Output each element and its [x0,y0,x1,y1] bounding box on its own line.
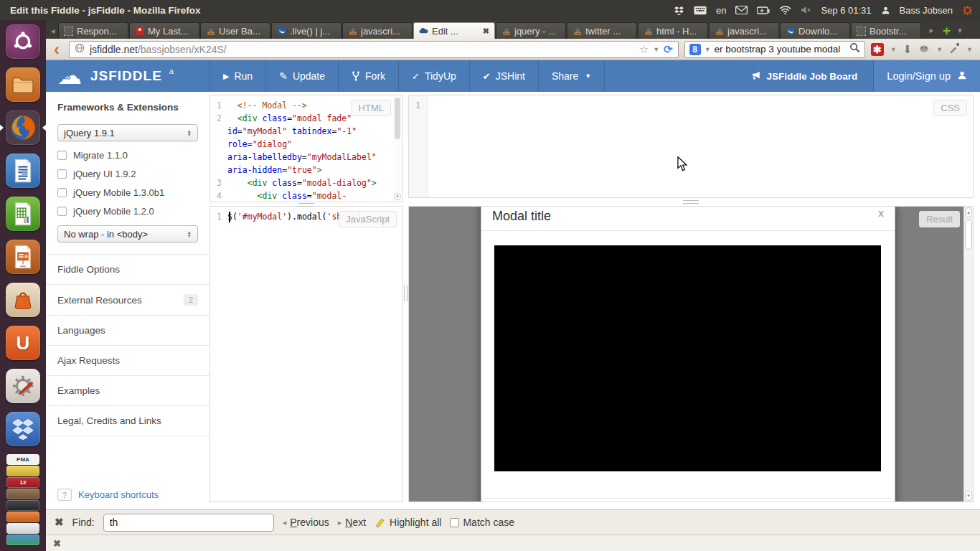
checkbox[interactable] [57,207,67,216]
sound-muted-icon[interactable] [801,6,811,14]
launcher-item-firefox[interactable] [6,110,40,145]
browser-tab-live-j[interactable]: .live() | j... [271,22,341,39]
launcher-item-twelve-app[interactable]: 12 [6,477,39,488]
launcher-item-libreoffice-writer[interactable] [6,154,40,188]
extension-row-jquery-mobile-1-3-0b1[interactable]: jQuery Mobile 1.3.0b1 [57,187,198,198]
find-close-icon[interactable]: ✖ [55,516,64,529]
header-button-tidyup[interactable]: ✓TidyUp [398,60,469,92]
scroll-up-icon[interactable]: ▲ [965,207,972,217]
scrollbar-thumb[interactable] [965,220,972,250]
checkbox[interactable] [57,169,67,179]
result-panel[interactable]: Modal title x Result ▲ ▼ [408,206,974,502]
wifi-tray-icon[interactable] [779,6,791,14]
framework-select[interactable]: jQuery 1.9.1 ▲▼ [57,124,198,141]
browser-tab-respon[interactable]: Respon... [58,22,128,39]
find-previous-button[interactable]: ◂Previous [283,517,329,528]
vertical-splitter[interactable] [404,286,407,301]
sidebar-section-ajax-requests[interactable]: Ajax Requests [46,345,209,375]
bookmark-star-icon[interactable]: ☆ [639,43,649,56]
highlight-all-button[interactable]: Highlight all [374,516,441,529]
clock-label[interactable]: Sep 6 01:31 [821,5,871,16]
eyedropper-caret-icon[interactable]: ▼ [966,46,973,53]
jsfiddle-logo[interactable]: ☁∞ JSFIDDLE a [46,60,209,92]
sidebar-section-examples[interactable]: Examples [46,375,209,405]
header-button-jshint[interactable]: ✔JSHint [469,60,538,92]
modal-close-button[interactable]: x [878,207,884,219]
extension-row-jquery-ui-1-9-2[interactable]: jQuery UI 1.9.2 [57,169,198,179]
checkbox[interactable] [57,188,67,197]
login-button[interactable]: Login/Sign up [873,60,980,92]
session-gear-icon[interactable] [962,5,973,16]
help-button[interactable]: ? [57,489,72,501]
extension-row-jquery-mobile-1-2-0[interactable]: jQuery Mobile 1.2.0 [57,206,198,217]
reload-icon[interactable]: ⟳ [664,43,673,56]
launcher-item-tablet-app[interactable] [6,489,39,499]
html-scrollbar[interactable]: ▼ [393,96,402,201]
video-player[interactable] [494,245,881,471]
launcher-item-ubuntu-one[interactable]: U [6,326,40,360]
result-scrollbar[interactable]: ▲ ▼ [963,207,973,501]
scrollbar-thumb[interactable] [395,98,400,139]
wrap-select[interactable]: No wrap - in <body> ▲▼ [57,225,198,242]
search-input[interactable] [715,44,846,55]
new-tab-button[interactable]: + [943,24,951,37]
sidebar-section-legal-credits-and-links[interactable]: Legal, Credits and Links [46,405,209,436]
launcher-item-libreoffice-impress[interactable] [6,240,40,274]
header-button-share[interactable]: Share▼ [538,60,605,92]
download-icon[interactable]: ⬇ [903,43,913,56]
tab-close-icon[interactable]: ✖ [483,27,489,36]
lastpass-caret-icon[interactable]: ▼ [890,46,897,53]
browser-tab-html-h[interactable]: html - H... [638,22,708,39]
search-bar[interactable]: 8 ▼ [684,41,865,58]
keyboard-indicator-icon[interactable] [694,6,707,15]
list-all-tabs-icon[interactable]: ▼ [956,27,963,34]
eyedropper-icon[interactable] [949,42,960,56]
scroll-down-icon[interactable]: ▼ [965,491,972,501]
keyboard-lang-label[interactable]: en [716,5,726,16]
find-next-button[interactable]: ▸Next [338,517,366,528]
launcher-item-earth-app[interactable] [6,534,39,545]
dropbox-tray-icon[interactable] [674,5,684,16]
bookmark-caret-icon[interactable]: ▼ [653,46,659,53]
launcher-item-files[interactable] [6,67,40,102]
browser-tab-my-last[interactable]: *My Last... [129,22,199,39]
match-case-checkbox[interactable]: Match case [450,517,514,528]
header-button-update[interactable]: ✎Update [265,60,338,92]
search-engine-caret-icon[interactable]: ▼ [705,46,711,53]
addon-icon[interactable] [918,43,930,56]
launcher-item-libreoffice-calc[interactable] [6,197,40,231]
launcher-item-dash-home[interactable] [6,24,40,59]
battery-tray-icon[interactable] [757,6,770,14]
css-code[interactable]: 1 [409,95,973,112]
header-button-run[interactable]: ▶Run [209,60,265,92]
job-board-link[interactable]: JSFiddle Job Board [735,60,874,92]
horizontal-splitter-right[interactable] [683,200,699,204]
tab-scroll-right-icon[interactable]: ▸ [926,22,937,38]
back-button[interactable]: ‹ [50,42,63,57]
sidebar-section-languages[interactable]: Languages [46,315,209,345]
checkbox[interactable] [57,151,67,160]
addon-bar-close-icon[interactable]: ✖ [53,538,61,549]
url-bar[interactable]: jsfiddle.net/bassjobsen/xK24S/ ☆ ▼ ⟳ [69,41,679,58]
browser-tab-edit[interactable]: Edit ...✖ [413,22,495,39]
browser-tab-jquery[interactable]: jquery - ... [496,22,566,39]
launcher-item-chromium[interactable] [6,523,39,534]
launcher-item-system-settings[interactable] [6,369,40,403]
checkbox[interactable] [450,518,459,527]
launcher-item-phpmyadmin[interactable]: PMA [6,454,39,465]
browser-tab-downlo[interactable]: Downlo... [780,22,850,39]
scroll-down-icon[interactable]: ▼ [394,193,401,200]
launcher-item-orange-app[interactable] [6,512,39,522]
user-menu-label[interactable]: Bass Jobsen [900,5,953,16]
browser-tab-bootstr[interactable]: Bootstr... [851,22,921,39]
launcher-item-dropbox[interactable] [6,412,40,446]
launcher-item-dark-app[interactable] [6,500,39,511]
html-editor-panel[interactable]: 1 <!-- Modal -->2 <div class="modal fade… [209,95,403,202]
extension-row-migrate-1-1-0[interactable]: Migrate 1.1.0 [57,150,198,161]
launcher-item-software-center[interactable] [6,283,40,317]
tab-scroll-left-icon[interactable]: ◂ [47,23,58,39]
browser-tab-user-ba[interactable]: User Ba... [200,22,270,39]
site-identity-globe-icon[interactable] [75,43,85,55]
search-engine-icon[interactable]: 8 [689,44,701,55]
lastpass-icon[interactable]: ✱ [871,43,884,56]
